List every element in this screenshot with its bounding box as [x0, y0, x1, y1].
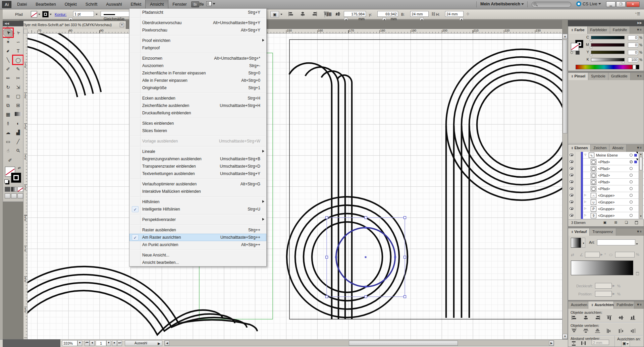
- last-artboard-icon[interactable]: ⏭: [117, 340, 122, 346]
- eye-icon[interactable]: [570, 180, 574, 183]
- gradient-tab-verlauf[interactable]: ⇕Verlauf: [568, 228, 590, 236]
- opacity-field[interactable]: [595, 283, 612, 289]
- black-swatch[interactable]: [636, 65, 639, 69]
- layers-tab-zeichen[interactable]: Zeichen: [591, 144, 609, 152]
- distribute-h-spacing-button[interactable]: [579, 340, 587, 347]
- stroke-color-swatch[interactable]: [42, 11, 49, 17]
- visibility-cell[interactable]: [569, 212, 575, 219]
- layer-thumbnail[interactable]: [591, 186, 596, 191]
- panel-menu-icon[interactable]: ▼≡: [634, 26, 644, 34]
- visibility-cell[interactable]: [569, 199, 575, 206]
- scale-tool[interactable]: ⇲: [13, 83, 23, 92]
- y-field[interactable]: 69,942 mm: [377, 11, 398, 17]
- brushes-tab-grafikstile[interactable]: Grafikstile: [608, 73, 631, 80]
- retro-letter-p[interactable]: [446, 49, 562, 318]
- align-tab-aussehen[interactable]: Aussehen: [568, 301, 588, 309]
- slider-value-field[interactable]: 100: [628, 57, 638, 62]
- line-segment-tool[interactable]: ╲: [3, 56, 13, 64]
- blob-brush-tool[interactable]: ✏: [3, 74, 13, 82]
- scroll-right-icon[interactable]: ▶: [549, 341, 554, 346]
- gradient-editor-bar[interactable]: [571, 261, 633, 275]
- zoom-dropdown-icon[interactable]: ▾: [77, 340, 82, 346]
- eye-icon[interactable]: [570, 214, 574, 217]
- menu-item[interactable]: Hilfslinien: [129, 198, 266, 206]
- zoom-tool[interactable]: ⚲: [11, 144, 25, 157]
- new-sublayer-icon[interactable]: ⊞: [614, 221, 617, 224]
- horizontal-scroll-thumb[interactable]: [349, 341, 458, 346]
- canvas[interactable]: [28, 34, 562, 339]
- slider-track[interactable]: [591, 51, 625, 54]
- menu-item[interactable]: EinzoomenAlt+Umschalttaste+Strg+*: [129, 55, 266, 62]
- ruler-corner[interactable]: [23, 29, 28, 34]
- trash-icon[interactable]: [635, 221, 638, 224]
- scale-icon[interactable]: ⊹: [466, 12, 469, 16]
- target-circle-active-icon[interactable]: [630, 160, 633, 163]
- paintbrush-tool[interactable]: ✐: [3, 65, 13, 73]
- artboard-tool[interactable]: ▭: [3, 137, 13, 146]
- target-circle-icon[interactable]: [630, 194, 633, 197]
- close-tab-icon[interactable]: ✕: [120, 23, 124, 27]
- vertical-scroll-thumb[interactable]: [563, 40, 567, 133]
- slider-track[interactable]: [591, 36, 625, 39]
- visibility-cell[interactable]: [569, 172, 575, 179]
- cs-live-button[interactable]: CS Live: [576, 1, 601, 6]
- path-eraser-tool[interactable]: ✐: [5, 156, 15, 165]
- menubar-item-ansicht[interactable]: Ansicht: [146, 0, 168, 8]
- lasso-tool[interactable]: ∽: [13, 38, 23, 46]
- layer-thumbnail[interactable]: [591, 179, 596, 185]
- minimize-button[interactable]: ▁: [606, 1, 615, 7]
- align-to-button[interactable]: ▣: [621, 341, 630, 347]
- lock-cell[interactable]: [575, 185, 581, 192]
- align-tab-ausrichten[interactable]: ⇕Ausrichten: [588, 301, 614, 309]
- height-field[interactable]: 24 mm: [445, 11, 464, 17]
- zoom-level-field[interactable]: 333%: [62, 340, 77, 346]
- menu-item[interactable]: ✓Am Raster ausrichtenUmschalttaste+Strg+…: [129, 234, 266, 241]
- target-circle-icon[interactable]: [630, 214, 633, 217]
- layer-row[interactable]: <Pfad>: [569, 179, 644, 185]
- type-tool[interactable]: T: [13, 47, 23, 55]
- eye-icon[interactable]: [570, 167, 574, 170]
- menu-item[interactable]: Begrenzungsrahmen ausblendenUmschalttast…: [129, 155, 266, 163]
- menu-item[interactable]: Neue Ansicht...: [129, 251, 266, 259]
- white-swatch[interactable]: [633, 65, 636, 69]
- opacity-spinner-icon[interactable]: ▶: [612, 284, 615, 287]
- layer-thumbnail[interactable]: [591, 166, 596, 171]
- menu-item[interactable]: Zeichenfläche in Fenster einpassenStrg+0: [129, 69, 266, 77]
- eye-icon[interactable]: [570, 207, 574, 210]
- menu-item[interactable]: Verlaufsoptimierer ausblendenAlt+Strg+G: [129, 180, 266, 188]
- gradient-tool[interactable]: [15, 112, 21, 116]
- disclosure-closed-icon[interactable]: ▷: [584, 207, 586, 210]
- position-spinner-icon[interactable]: ▶: [612, 292, 615, 295]
- align-h-center-button[interactable]: [299, 11, 307, 17]
- menubar-item-fenster[interactable]: Fenster: [168, 0, 191, 8]
- none-mode-button[interactable]: [17, 187, 23, 192]
- scissors-tool[interactable]: ✂: [13, 74, 23, 82]
- menu-item[interactable]: Proof einrichten: [129, 37, 266, 44]
- visibility-cell[interactable]: [569, 185, 575, 192]
- dock-collapse-header[interactable]: ▶▶: [568, 20, 644, 26]
- visibility-cell[interactable]: [569, 206, 575, 212]
- slider-thumb[interactable]: [590, 54, 592, 56]
- menu-item[interactable]: Interaktive Mallücken einblenden: [129, 188, 266, 195]
- snap-grid-icon[interactable]: ▦: [328, 11, 332, 16]
- gradient-swatch[interactable]: [571, 238, 581, 248]
- menu-item[interactable]: Zeichenfläche ausblendenUmschalttaste+St…: [129, 102, 266, 109]
- vertical-ruler[interactable]: 102030405060708090: [23, 34, 28, 339]
- toolbar-collapse-header[interactable]: ◀◀: [3, 21, 23, 26]
- align-left-button[interactable]: [287, 11, 295, 17]
- layer-row[interactable]: <Pfad>: [569, 185, 644, 192]
- gradient-tab-transparenz[interactable]: Transparenz: [590, 228, 616, 236]
- layers-tab-absatz[interactable]: Absatz: [609, 144, 627, 152]
- layer-row[interactable]: ▽∿Meine Ebene: [569, 152, 644, 159]
- target-circle-icon[interactable]: [630, 154, 633, 157]
- reverse-gradient-icon[interactable]: ⇄: [571, 252, 574, 257]
- gradient-dropdown-icon[interactable]: ▾: [582, 238, 585, 248]
- scroll-down-icon[interactable]: ▼: [639, 215, 643, 218]
- menubar-item-datei[interactable]: Datei: [13, 0, 31, 8]
- brushes-tab-pinsel[interactable]: ⇕Pinsel: [568, 73, 588, 80]
- menu-item[interactable]: Ecken ausblendenStrg+H: [129, 95, 266, 102]
- align-top-button[interactable]: [605, 314, 613, 321]
- spacing-field[interactable]: 2 mm: [592, 340, 609, 345]
- menu-item[interactable]: AuszoomenStrg+-: [129, 62, 266, 69]
- blend-tool[interactable]: ◐: [13, 119, 23, 128]
